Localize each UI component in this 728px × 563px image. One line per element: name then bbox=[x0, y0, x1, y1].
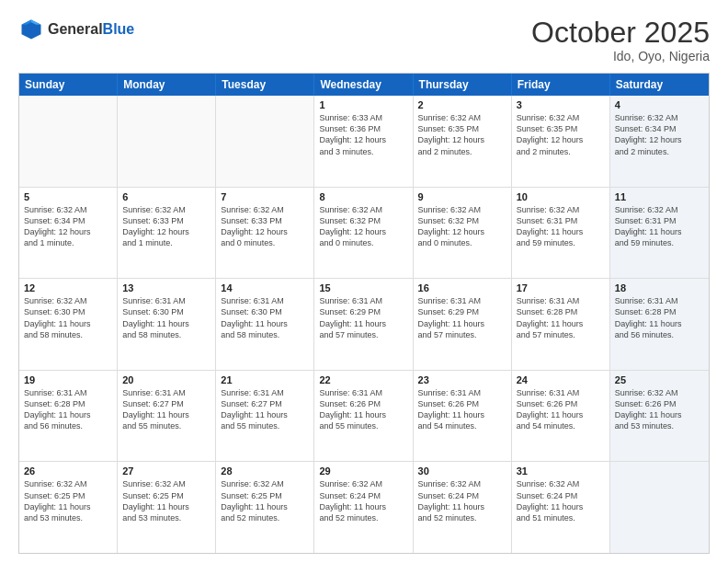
weekday-header: Thursday bbox=[414, 74, 512, 96]
page: GeneralBlue October 2025 Ido, Oyo, Niger… bbox=[0, 0, 728, 563]
calendar-row: 5Sunrise: 6:32 AM Sunset: 6:34 PM Daylig… bbox=[19, 188, 709, 280]
logo: GeneralBlue bbox=[18, 17, 134, 42]
logo-icon bbox=[18, 17, 44, 42]
day-number: 31 bbox=[517, 465, 605, 477]
calendar-cell: 11Sunrise: 6:32 AM Sunset: 6:31 PM Dayli… bbox=[610, 188, 709, 279]
calendar-cell: 23Sunrise: 6:31 AM Sunset: 6:26 PM Dayli… bbox=[414, 371, 512, 462]
calendar-cell: 13Sunrise: 6:31 AM Sunset: 6:30 PM Dayli… bbox=[118, 279, 216, 370]
day-number: 20 bbox=[122, 374, 210, 385]
calendar-cell: 1Sunrise: 6:33 AM Sunset: 6:36 PM Daylig… bbox=[314, 96, 413, 187]
calendar-row: 12Sunrise: 6:32 AM Sunset: 6:30 PM Dayli… bbox=[19, 279, 709, 371]
calendar-cell: 7Sunrise: 6:32 AM Sunset: 6:33 PM Daylig… bbox=[216, 188, 314, 279]
day-number: 10 bbox=[517, 191, 605, 202]
calendar-cell: 20Sunrise: 6:31 AM Sunset: 6:27 PM Dayli… bbox=[118, 371, 216, 462]
day-number: 21 bbox=[221, 374, 309, 385]
weekday-header: Sunday bbox=[19, 74, 118, 96]
weekday-header: Saturday bbox=[610, 74, 709, 96]
weekday-header: Friday bbox=[512, 74, 610, 96]
calendar-cell: 17Sunrise: 6:31 AM Sunset: 6:28 PM Dayli… bbox=[512, 279, 610, 370]
cell-info: Sunrise: 6:31 AM Sunset: 6:26 PM Dayligh… bbox=[319, 387, 407, 432]
calendar-cell: 27Sunrise: 6:32 AM Sunset: 6:25 PM Dayli… bbox=[118, 462, 216, 553]
cell-info: Sunrise: 6:32 AM Sunset: 6:35 PM Dayligh… bbox=[418, 112, 506, 157]
cell-info: Sunrise: 6:32 AM Sunset: 6:32 PM Dayligh… bbox=[418, 204, 506, 249]
cell-info: Sunrise: 6:32 AM Sunset: 6:35 PM Dayligh… bbox=[517, 112, 605, 157]
day-number: 26 bbox=[24, 465, 112, 477]
calendar-cell: 12Sunrise: 6:32 AM Sunset: 6:30 PM Dayli… bbox=[19, 279, 118, 370]
calendar-cell: 9Sunrise: 6:32 AM Sunset: 6:32 PM Daylig… bbox=[414, 188, 512, 279]
calendar-cell: 3Sunrise: 6:32 AM Sunset: 6:35 PM Daylig… bbox=[512, 96, 610, 187]
calendar-cell: 26Sunrise: 6:32 AM Sunset: 6:25 PM Dayli… bbox=[19, 462, 118, 553]
cell-info: Sunrise: 6:31 AM Sunset: 6:29 PM Dayligh… bbox=[319, 295, 407, 340]
cell-info: Sunrise: 6:31 AM Sunset: 6:28 PM Dayligh… bbox=[517, 295, 605, 340]
calendar-cell bbox=[216, 96, 314, 187]
day-number: 1 bbox=[319, 99, 407, 110]
cell-info: Sunrise: 6:32 AM Sunset: 6:34 PM Dayligh… bbox=[24, 204, 112, 249]
weekday-header: Wednesday bbox=[314, 74, 413, 96]
calendar-cell bbox=[118, 96, 216, 187]
logo-text: GeneralBlue bbox=[48, 21, 134, 38]
day-number: 14 bbox=[221, 282, 309, 293]
day-number: 23 bbox=[418, 374, 506, 385]
day-number: 29 bbox=[319, 465, 407, 477]
calendar-cell: 24Sunrise: 6:31 AM Sunset: 6:26 PM Dayli… bbox=[512, 371, 610, 462]
calendar-row: 19Sunrise: 6:31 AM Sunset: 6:28 PM Dayli… bbox=[19, 371, 709, 463]
calendar-cell: 28Sunrise: 6:32 AM Sunset: 6:25 PM Dayli… bbox=[216, 462, 314, 553]
calendar-cell bbox=[19, 96, 118, 187]
day-number: 2 bbox=[418, 99, 506, 110]
cell-info: Sunrise: 6:32 AM Sunset: 6:24 PM Dayligh… bbox=[418, 478, 506, 523]
cell-info: Sunrise: 6:32 AM Sunset: 6:34 PM Dayligh… bbox=[615, 112, 704, 157]
cell-info: Sunrise: 6:32 AM Sunset: 6:31 PM Dayligh… bbox=[615, 204, 704, 249]
cell-info: Sunrise: 6:32 AM Sunset: 6:30 PM Dayligh… bbox=[24, 295, 112, 340]
day-number: 24 bbox=[517, 374, 605, 385]
calendar-cell: 4Sunrise: 6:32 AM Sunset: 6:34 PM Daylig… bbox=[610, 96, 709, 187]
day-number: 5 bbox=[24, 191, 112, 202]
day-number: 6 bbox=[122, 191, 210, 202]
calendar-cell: 6Sunrise: 6:32 AM Sunset: 6:33 PM Daylig… bbox=[118, 188, 216, 279]
cell-info: Sunrise: 6:32 AM Sunset: 6:25 PM Dayligh… bbox=[221, 478, 309, 523]
day-number: 30 bbox=[418, 465, 506, 477]
header: GeneralBlue October 2025 Ido, Oyo, Niger… bbox=[18, 17, 710, 63]
cell-info: Sunrise: 6:31 AM Sunset: 6:26 PM Dayligh… bbox=[418, 387, 506, 432]
day-number: 25 bbox=[615, 374, 704, 385]
day-number: 7 bbox=[221, 191, 309, 202]
cell-info: Sunrise: 6:31 AM Sunset: 6:28 PM Dayligh… bbox=[615, 295, 704, 340]
calendar-cell bbox=[610, 462, 709, 553]
day-number: 19 bbox=[24, 374, 112, 385]
calendar-cell: 14Sunrise: 6:31 AM Sunset: 6:30 PM Dayli… bbox=[216, 279, 314, 370]
cell-info: Sunrise: 6:32 AM Sunset: 6:31 PM Dayligh… bbox=[517, 204, 605, 249]
calendar-row: 1Sunrise: 6:33 AM Sunset: 6:36 PM Daylig… bbox=[19, 96, 709, 188]
cell-info: Sunrise: 6:32 AM Sunset: 6:33 PM Dayligh… bbox=[122, 204, 210, 249]
cell-info: Sunrise: 6:32 AM Sunset: 6:32 PM Dayligh… bbox=[319, 204, 407, 249]
month-title: October 2025 bbox=[531, 17, 710, 49]
calendar-cell: 8Sunrise: 6:32 AM Sunset: 6:32 PM Daylig… bbox=[314, 188, 413, 279]
day-number: 12 bbox=[24, 282, 112, 293]
cell-info: Sunrise: 6:32 AM Sunset: 6:25 PM Dayligh… bbox=[24, 478, 112, 523]
calendar-cell: 15Sunrise: 6:31 AM Sunset: 6:29 PM Dayli… bbox=[314, 279, 413, 370]
day-number: 9 bbox=[418, 191, 506, 202]
day-number: 11 bbox=[615, 191, 704, 202]
calendar-header: SundayMondayTuesdayWednesdayThursdayFrid… bbox=[19, 74, 709, 96]
cell-info: Sunrise: 6:33 AM Sunset: 6:36 PM Dayligh… bbox=[319, 112, 407, 157]
calendar-cell: 30Sunrise: 6:32 AM Sunset: 6:24 PM Dayli… bbox=[414, 462, 512, 553]
cell-info: Sunrise: 6:32 AM Sunset: 6:24 PM Dayligh… bbox=[319, 478, 407, 523]
cell-info: Sunrise: 6:31 AM Sunset: 6:27 PM Dayligh… bbox=[221, 387, 309, 432]
day-number: 13 bbox=[122, 282, 210, 293]
cell-info: Sunrise: 6:31 AM Sunset: 6:28 PM Dayligh… bbox=[24, 387, 112, 432]
cell-info: Sunrise: 6:31 AM Sunset: 6:30 PM Dayligh… bbox=[221, 295, 309, 340]
calendar-cell: 18Sunrise: 6:31 AM Sunset: 6:28 PM Dayli… bbox=[610, 279, 709, 370]
calendar-cell: 31Sunrise: 6:32 AM Sunset: 6:24 PM Dayli… bbox=[512, 462, 610, 553]
calendar: SundayMondayTuesdayWednesdayThursdayFrid… bbox=[18, 73, 710, 554]
day-number: 28 bbox=[221, 465, 309, 477]
cell-info: Sunrise: 6:32 AM Sunset: 6:25 PM Dayligh… bbox=[122, 478, 210, 523]
day-number: 18 bbox=[615, 282, 704, 293]
calendar-cell: 21Sunrise: 6:31 AM Sunset: 6:27 PM Dayli… bbox=[216, 371, 314, 462]
weekday-header: Monday bbox=[118, 74, 216, 96]
calendar-cell: 22Sunrise: 6:31 AM Sunset: 6:26 PM Dayli… bbox=[314, 371, 413, 462]
calendar-cell: 5Sunrise: 6:32 AM Sunset: 6:34 PM Daylig… bbox=[19, 188, 118, 279]
day-number: 22 bbox=[319, 374, 407, 385]
calendar-cell: 29Sunrise: 6:32 AM Sunset: 6:24 PM Dayli… bbox=[314, 462, 413, 553]
cell-info: Sunrise: 6:32 AM Sunset: 6:26 PM Dayligh… bbox=[615, 387, 704, 432]
day-number: 17 bbox=[517, 282, 605, 293]
weekday-header: Tuesday bbox=[216, 74, 314, 96]
cell-info: Sunrise: 6:32 AM Sunset: 6:24 PM Dayligh… bbox=[517, 478, 605, 523]
